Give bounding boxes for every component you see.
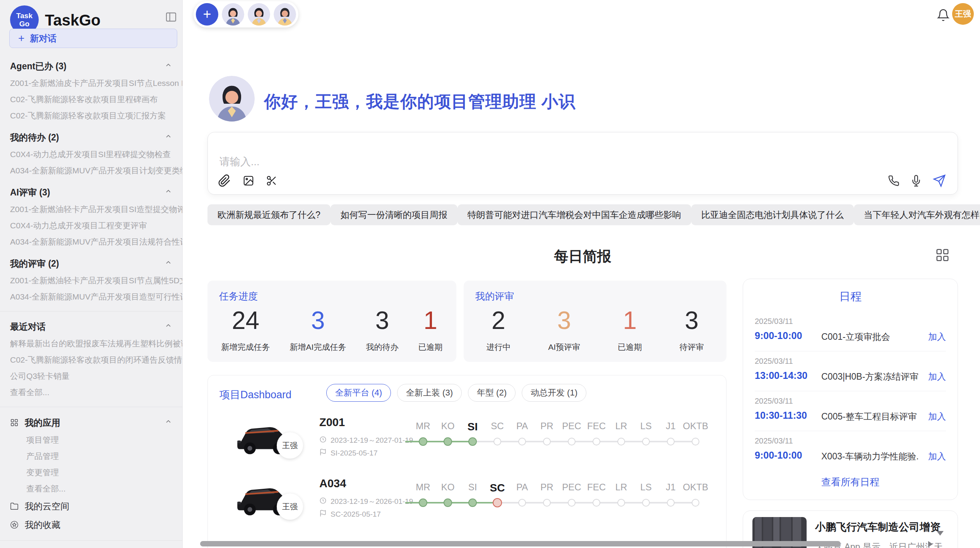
stat-value: 3 xyxy=(366,306,398,335)
sidebar-conversation-item[interactable]: A034-全新新能源MUV产品开发项目法规符合性评审 xyxy=(0,234,182,250)
join-link[interactable]: 加入 xyxy=(928,411,946,423)
milestone-label: PA xyxy=(516,482,528,493)
join-link[interactable]: 加入 xyxy=(928,450,946,462)
join-link[interactable]: 加入 xyxy=(928,331,946,343)
sidebar-conversation-item[interactable]: Z001-全新燃油皮卡产品开发项目SI节点Lesson Learn报告 xyxy=(0,75,182,91)
sidebar-conversation-item[interactable]: 公司Q3轻卡销量 xyxy=(0,368,182,384)
sidebar-conversation-item[interactable]: C02-飞腾新能源轻客改款项目的闭环通告反馈情况 xyxy=(0,352,182,368)
attachment-icon[interactable] xyxy=(218,174,231,187)
stat: 3新增AI完成任务 xyxy=(290,306,346,353)
sidebar-conversation-item[interactable]: 查看全部... xyxy=(0,481,182,497)
sidebar-conversation-item[interactable]: Z001-全新燃油轻卡产品开发项目SI节点属性5D文件评审 xyxy=(0,272,182,289)
milestone-dot[interactable] xyxy=(543,438,551,445)
send-icon[interactable] xyxy=(933,174,946,187)
milestone-dot[interactable] xyxy=(593,499,600,507)
dashboard-tab[interactable]: 全新平台 (4) xyxy=(326,384,391,402)
sidebar-group-header[interactable]: AI评审 (3) xyxy=(0,183,182,201)
dashboard-tab[interactable]: 全新上装 (3) xyxy=(397,384,462,402)
milestone-dot[interactable] xyxy=(593,438,600,445)
project-dates: 2023-12-19～2027-01-19 xyxy=(319,435,413,445)
join-link[interactable]: 加入 xyxy=(928,371,946,383)
milestone-dot[interactable] xyxy=(543,499,551,507)
sidebar-group-header[interactable]: 最近对话 xyxy=(0,318,182,336)
screenshot-scissors-icon[interactable] xyxy=(266,175,278,187)
sidebar-group-header[interactable]: Agent已办 (3) xyxy=(0,57,182,75)
sidebar-conversation-item[interactable]: 解释最新出台的欧盟报废车法规再生塑料比例被调至15%... xyxy=(0,336,182,352)
sidebar-conversation-item[interactable]: 变更管理 xyxy=(0,464,182,481)
suggestion-chip[interactable]: 如何写一份清晰的项目周报 xyxy=(331,204,457,225)
scroll-right-arrow[interactable] xyxy=(928,541,933,547)
milestone-dot[interactable] xyxy=(444,437,452,446)
milestone-dot[interactable] xyxy=(667,499,675,507)
new-chat-button[interactable]: + 新对话 xyxy=(9,29,177,48)
app-title: TaskGo xyxy=(45,12,101,29)
sidebar-item-star[interactable]: 我的收藏 xyxy=(0,515,182,534)
sidebar-collapse-icon[interactable] xyxy=(165,11,177,23)
dashboard-tab[interactable]: 动总开发 (1) xyxy=(522,384,586,402)
sidebar-group-header[interactable]: 我的待办 (2) xyxy=(0,128,182,146)
user-avatar[interactable]: 王强 xyxy=(952,3,974,25)
milestone-dot[interactable] xyxy=(493,498,502,507)
milestone-dot[interactable] xyxy=(468,437,477,446)
suggestion-chip[interactable]: 当下年轻人对汽车外观有怎样的喜好趋势 xyxy=(854,204,980,225)
chevron-up-icon[interactable] xyxy=(164,418,172,428)
sidebar-conversation-item[interactable]: C0X4-动力总成开发项目SI里程碑提交物检查 xyxy=(0,146,182,163)
sidebar-conversation-item[interactable]: 查看全部... xyxy=(0,384,182,401)
milestone-dot[interactable] xyxy=(667,438,675,445)
sidebar-conversation-item[interactable]: A034-全新新能源MUV产品开发项目计划变更类编写 xyxy=(0,163,182,179)
image-upload-icon[interactable] xyxy=(243,175,254,187)
layout-grid-icon[interactable] xyxy=(935,248,950,262)
milestone-dot[interactable] xyxy=(692,438,699,445)
suggestion-chip[interactable]: 特朗普可能对进口汽车增税会对中国车企造成哪些影响 xyxy=(457,204,691,225)
microphone-icon[interactable] xyxy=(910,175,922,187)
milestone-dot[interactable] xyxy=(642,499,650,507)
project-row[interactable]: 王强Z0012023-12-19～2027-01-19SI-2025-05-17… xyxy=(208,410,726,472)
chat-input-box[interactable]: 请输入... xyxy=(207,132,958,195)
milestone-dot[interactable] xyxy=(419,498,427,507)
sidebar-conversation-item[interactable]: 项目管理 xyxy=(0,432,182,448)
notification-bell-icon[interactable] xyxy=(937,9,950,22)
add-session-button[interactable]: + xyxy=(196,3,218,26)
suggestion-chip[interactable]: 欧洲新规最近颁布了什么? xyxy=(207,204,331,225)
session-avatar-1[interactable] xyxy=(222,3,244,26)
sidebar-conversation-item[interactable]: Z001-全新燃油轻卡产品开发项目SI造型提交物评审 xyxy=(0,201,182,217)
chevron-up-icon[interactable] xyxy=(164,133,172,142)
project-row[interactable]: 王强A0342023-12-19～2026-01-19SC-2025-05-17… xyxy=(208,471,726,533)
voice-call-icon[interactable] xyxy=(888,175,899,187)
milestone-dot[interactable] xyxy=(518,499,526,507)
event-time: 9:00-10:00 xyxy=(755,330,802,341)
sidebar-item-folder[interactable]: 我的云空间 xyxy=(0,497,182,515)
session-avatar-2[interactable] xyxy=(248,3,270,26)
milestone-dot[interactable] xyxy=(617,438,625,445)
chevron-up-icon[interactable] xyxy=(164,188,172,197)
scroll-down-arrow[interactable] xyxy=(937,531,944,536)
milestone-dot[interactable] xyxy=(692,499,699,507)
milestone-dot[interactable] xyxy=(493,438,501,445)
sidebar-conversation-item[interactable]: 产品管理 xyxy=(0,448,182,464)
milestone-dot[interactable] xyxy=(642,438,650,445)
sidebar-item-my-apps[interactable]: 我的应用 xyxy=(0,413,182,432)
session-avatar-3[interactable] xyxy=(274,3,296,26)
sidebar-item-label: 我的收藏 xyxy=(25,519,60,531)
sidebar-group-header[interactable]: 我的评审 (2) xyxy=(0,255,182,272)
milestone-dot[interactable] xyxy=(518,438,526,445)
milestone-dot[interactable] xyxy=(419,437,427,446)
milestone-dot[interactable] xyxy=(568,438,576,445)
milestone-dot[interactable] xyxy=(568,499,576,507)
chevron-up-icon[interactable] xyxy=(164,62,172,71)
sidebar-conversation-item[interactable]: A034-全新新能源MUV产品开发项目造型可行性评审 xyxy=(0,289,182,305)
view-all-schedule-link[interactable]: 查看所有日程 xyxy=(743,476,958,488)
stat-value: 2 xyxy=(486,306,511,335)
chevron-up-icon[interactable] xyxy=(164,322,172,331)
chat-input-placeholder: 请输入... xyxy=(219,155,260,169)
sidebar-conversation-item[interactable]: C02-飞腾新能源轻客改款项目里程碑画布 xyxy=(0,91,182,108)
sidebar-conversation-item[interactable]: C02-飞腾新能源轻客改款项目立项汇报方案 xyxy=(0,108,182,124)
milestone-dot[interactable] xyxy=(444,498,452,507)
sidebar-conversation-item[interactable]: C0X4-动力总成开发项目工程变更评审 xyxy=(0,217,182,234)
milestone-dot[interactable] xyxy=(468,498,477,507)
suggestion-chip[interactable]: 比亚迪全固态电池计划具体说了什么 xyxy=(691,204,854,225)
dashboard-tab[interactable]: 年型 (2) xyxy=(468,384,516,402)
chevron-up-icon[interactable] xyxy=(164,259,172,268)
milestone-dot[interactable] xyxy=(617,499,625,507)
horizontal-scrollbar-thumb[interactable] xyxy=(200,541,841,546)
